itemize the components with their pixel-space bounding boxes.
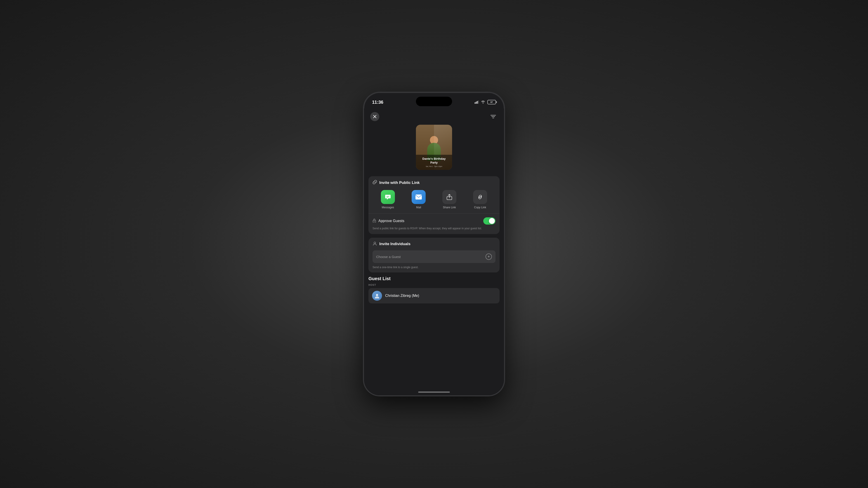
svg-rect-2 [477,101,477,104]
invite-individuals-title: Invite Individuals [379,242,410,246]
svg-point-17 [376,294,378,296]
approve-left: Approve Guests [373,219,404,223]
share-link-icon [442,190,456,204]
approve-guests-row: Approve Guests [373,217,495,225]
avatar-svg [374,293,380,299]
share-link-label: Share Link [443,206,456,209]
phone-frame: 11:36 67 [364,93,504,395]
dynamic-island [416,97,452,106]
guest-list-section: Guest List HOST Christian Zibreg (Me) [364,276,504,303]
invite-individuals-header: Invite Individuals [368,238,500,250]
choose-guest-placeholder: Choose a Guest [376,255,401,259]
invite-individuals-section: Invite Individuals Choose a Guest + Send… [368,238,500,272]
approve-guests-toggle[interactable] [483,217,495,225]
event-details: Sat, Feb 1 · 5pm–10pm [418,165,450,168]
copy-link-icon [473,190,487,204]
messages-svg [384,193,392,201]
main-content: Dante's Birthday Party Sat, Feb 1 · 5pm–… [364,108,504,395]
add-guest-icon: + [486,254,492,260]
link-icon [373,180,377,186]
host-name: Christian Zibreg (Me) [385,294,419,298]
messages-icon [381,190,395,204]
lock-icon [373,219,376,223]
invite-public-link-title: Invite with Public Link [379,181,420,185]
filter-button[interactable] [489,112,498,121]
event-card: Dante's Birthday Party Sat, Feb 1 · 5pm–… [416,125,452,170]
filter-icon [490,114,496,119]
svg-rect-0 [475,102,475,104]
svg-rect-3 [478,101,479,104]
choose-guest-button[interactable]: Choose a Guest + [373,250,495,263]
battery-level: 67 [491,101,493,103]
host-row: Christian Zibreg (Me) [368,288,500,303]
guest-list-title: Guest List [368,276,500,281]
share-icons-row: Messages Mail [368,189,500,214]
close-button[interactable] [370,112,379,121]
approve-guests-title: Approve Guests [378,219,404,223]
host-label: HOST [368,284,500,286]
share-link-button[interactable]: Share Link [442,190,456,209]
section-header: Invite with Public Link [368,176,500,189]
svg-rect-1 [476,102,476,104]
share-svg [446,194,453,200]
mail-icon [412,190,426,204]
mail-label: Mail [416,206,421,209]
svg-rect-11 [415,195,422,199]
svg-point-16 [374,242,376,244]
person-svg [373,241,377,246]
nav-bar [364,108,504,125]
status-icons: 67 [475,100,496,104]
messages-share-button[interactable]: Messages [381,190,395,209]
approve-guests-description: Send a public link for guests to RSVP. W… [373,226,495,230]
approve-guests-section: Approve Guests Send a public link for gu… [368,214,500,234]
copy-link-button[interactable]: Copy Link [473,190,487,209]
home-indicator [418,392,450,393]
chain-icon [373,180,377,184]
toggle-thumb [489,218,495,224]
battery-icon: 67 [487,100,496,104]
svg-point-15 [374,221,375,222]
event-title: Dante's Birthday Party [418,157,450,165]
event-card-overlay: Dante's Birthday Party Sat, Feb 1 · 5pm–… [416,155,452,170]
invite-individuals-description: Send a one-time link to a single guest. [368,265,500,272]
copy-svg [477,194,483,200]
mail-svg [415,194,422,200]
lock-svg [373,219,376,223]
person-icon [373,241,377,247]
invite-public-link-section: Invite with Public Link Messages [368,176,500,234]
host-avatar [372,291,382,301]
status-time: 11:36 [372,100,383,105]
messages-label: Messages [382,206,394,209]
mail-share-button[interactable]: Mail [412,190,426,209]
wifi-icon [481,101,485,104]
copy-link-label: Copy Link [474,206,486,209]
signal-icon [475,101,479,104]
close-icon [373,115,376,118]
